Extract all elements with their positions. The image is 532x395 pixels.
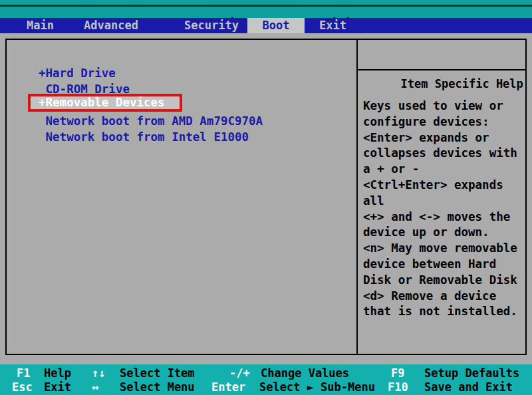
key-f1: F1 [17,366,30,380]
key-esc-action: Exit [44,380,71,394]
help-line: configure devices: [363,114,525,130]
bios-screen: PhoenixBIOS Setup Utility Main Advanced … [0,0,532,395]
key-f1-action: Help [44,366,71,380]
help-line: <d> Remove a device [363,289,525,305]
key-minusplus-action: Change Values [261,366,349,380]
menu-item-advanced[interactable]: Advanced [84,18,138,33]
help-line: that is not installed. [363,304,525,320]
help-line: device up or down. [363,225,525,241]
menu-item-main[interactable]: Main [27,18,54,33]
help-text: Keys used to view or configure devices: … [363,98,525,320]
key-f10: F10 [388,380,408,394]
key-esc: Esc [12,380,33,394]
help-line: <Enter> expands or [363,130,525,146]
key-leftright-action: Select Menu [120,380,195,394]
help-line: <n> May move removable [363,241,525,257]
highlight-annotation-box: +Removable Devices [28,94,182,112]
key-updown-action: Select Item [120,366,195,380]
help-panel-title: Item Specific Help [401,77,523,90]
top-teal-strip [0,0,532,5]
key-f10-action: Save and Exit [424,380,513,394]
menu-item-boot[interactable]: Boot [247,18,305,33]
help-line: device between Hard [363,257,525,273]
key-f9: F9 [391,366,404,380]
key-leftright-icon: ↔ [92,380,98,394]
help-line: a + or - [363,162,525,178]
main-panel: +Hard Drive CD-ROM Drive +Removable Devi… [5,39,527,355]
boot-item-hard-drive[interactable]: +Hard Drive [39,65,116,81]
key-f9-action: Setup Defaults [424,366,519,380]
menu-bar: Main Advanced Security Boot Exit [0,18,532,33]
help-line: collapses devices with [363,146,525,162]
help-line: <+> and <-> moves the [363,209,525,225]
menu-item-exit[interactable]: Exit [319,18,346,33]
help-line: Keys used to view or [363,98,525,114]
boot-item-network-intel[interactable]: Network boot from Intel E1000 [39,129,249,145]
boot-item-network-amd[interactable]: Network boot from AMD Am79C970A [39,113,263,129]
help-panel-header: Item Specific Help [358,40,525,70]
menu-item-security[interactable]: Security [184,18,239,33]
help-line: Disk or Removable Disk [363,273,525,289]
title-bar: PhoenixBIOS Setup Utility [0,7,532,18]
key-minusplus: -/+ [229,366,250,380]
key-enter: Enter [211,380,245,394]
boot-item-removable-devices[interactable]: +Removable Devices [31,96,180,109]
help-line: all [363,194,525,209]
panel-divider [356,40,358,354]
key-hints-bar: F1 Help ↑↓ Select Item -/+ Change Values… [0,364,532,395]
key-enter-action: Select ► Sub-Menu [259,380,375,394]
key-updown-icon: ↑↓ [92,366,105,380]
help-line: <Ctrl+Enter> expands [363,178,525,194]
